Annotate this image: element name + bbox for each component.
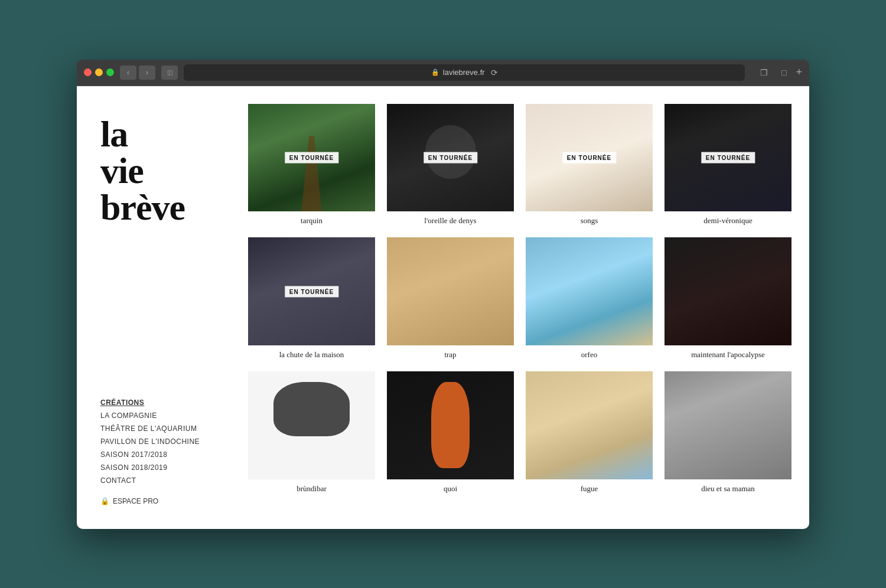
creation-thumb-songs: EN TOURNÉE (526, 104, 653, 212)
browser-toolbar: ‹ › ◫ 🔒 laviebreve.fr ⟳ ❐ □ + (77, 60, 809, 86)
creation-title-maintenant: maintenant l'apocalypse (691, 350, 765, 360)
creation-title-oreille: l'oreille de denys (424, 216, 476, 226)
creation-scene-dieu (664, 371, 791, 479)
creation-thumb-orfeo (526, 237, 653, 345)
creation-thumb-chute: EN TOURNÉE (248, 237, 375, 345)
nav-link-creations[interactable]: CRÉATIONS (100, 398, 144, 407)
nav-link-contact[interactable]: CONTACT (100, 476, 136, 485)
close-button[interactable] (84, 68, 92, 76)
creation-title-trap: trap (444, 350, 456, 360)
sidebar-item-saison-2017[interactable]: SAISON 2017/2018 (100, 449, 219, 459)
creation-scene-brundibar (248, 371, 375, 479)
badge-chute: EN TOURNÉE (285, 286, 338, 297)
creation-title-orfeo: orfeo (581, 350, 597, 360)
creation-thumb-trap (387, 237, 514, 345)
page-content: la vie brève CRÉATIONS LA COMPAGNIE THÉÂ… (77, 86, 809, 529)
creation-item-songs[interactable]: EN TOURNÉEsongs (526, 104, 653, 226)
creation-item-oreille[interactable]: EN TOURNÉEl'oreille de denys (387, 104, 514, 226)
creations-grid: EN TOURNÉEtarquinEN TOURNÉEl'oreille de … (248, 104, 791, 494)
creation-item-orfeo[interactable]: orfeo (526, 237, 653, 360)
nav-buttons: ‹ › (120, 66, 155, 80)
site-logo[interactable]: la vie brève (100, 116, 219, 226)
nav-menu: CRÉATIONS LA COMPAGNIE THÉÂTRE DE L'AQUA… (100, 397, 219, 511)
forward-button[interactable]: › (139, 66, 155, 80)
badge-demi-veronique: EN TOURNÉE (701, 152, 755, 163)
creation-scene-quoi (387, 371, 514, 479)
creation-item-trap[interactable]: trap (387, 237, 514, 360)
creation-thumb-dieu (664, 371, 791, 479)
main-content: EN TOURNÉEtarquinEN TOURNÉEl'oreille de … (242, 86, 809, 529)
creation-item-dieu[interactable]: dieu et sa maman (664, 371, 791, 494)
creation-scene-trap (387, 237, 514, 345)
creation-thumb-tarquin: EN TOURNÉE (248, 104, 375, 212)
lock-icon: 🔒 (431, 68, 439, 76)
url-display: laviebreve.fr (443, 68, 485, 77)
minimize-button[interactable] (95, 68, 103, 76)
creation-scene-songs: EN TOURNÉE (526, 104, 653, 212)
creation-scene-demi-veronique: EN TOURNÉE (664, 104, 791, 212)
creation-title-fugue: fugue (581, 484, 598, 494)
creation-scene-chute: EN TOURNÉE (248, 237, 375, 345)
nav-link-la-compagnie[interactable]: LA COMPAGNIE (100, 411, 157, 420)
back-button[interactable]: ‹ (120, 66, 136, 80)
creation-scene-fugue (526, 371, 653, 479)
creation-scene-orfeo (526, 237, 653, 345)
creation-thumb-maintenant (664, 237, 791, 345)
badge-oreille: EN TOURNÉE (424, 152, 477, 163)
reload-button[interactable]: ⟳ (491, 68, 498, 77)
badge-tarquin: EN TOURNÉE (285, 152, 338, 163)
creation-thumb-demi-veronique: EN TOURNÉE (664, 104, 791, 212)
creation-title-tarquin: tarquin (301, 216, 323, 226)
nav-link-theatre[interactable]: THÉÂTRE DE L'AQUARIUM (100, 424, 197, 433)
creation-scene-tarquin: EN TOURNÉE (248, 104, 375, 212)
creation-thumb-quoi (387, 371, 514, 479)
sidebar-item-saison-2018[interactable]: SAISON 2018/2019 (100, 462, 219, 472)
creation-item-demi-veronique[interactable]: EN TOURNÉEdemi-véronique (664, 104, 791, 226)
sidebar-item-pavillon[interactable]: PAVILLON DE L'INDOCHINE (100, 436, 219, 446)
traffic-lights (84, 68, 114, 76)
logo-line3: brève (100, 189, 219, 226)
address-bar[interactable]: 🔒 laviebreve.fr ⟳ (184, 64, 745, 81)
creation-title-demi-veronique: demi-véronique (703, 216, 752, 226)
share-button[interactable]: ❐ (755, 66, 772, 80)
browser-window: ‹ › ◫ 🔒 laviebreve.fr ⟳ ❐ □ + la vie brè… (77, 60, 809, 529)
toolbar-right-buttons: ❐ □ + (755, 66, 802, 80)
espace-pro-label: ESPACE PRO (113, 497, 158, 505)
creation-thumb-brundibar (248, 371, 375, 479)
creation-title-quoi: quoi (444, 484, 457, 494)
sidebar-item-la-compagnie[interactable]: LA COMPAGNIE (100, 410, 219, 420)
sidebar: la vie brève CRÉATIONS LA COMPAGNIE THÉÂ… (77, 86, 242, 529)
logo-line2: vie (100, 152, 219, 189)
creation-title-songs: songs (581, 216, 598, 226)
creation-item-quoi[interactable]: quoi (387, 371, 514, 494)
creation-item-brundibar[interactable]: brùndibar (248, 371, 375, 494)
logo-line1: la (100, 116, 219, 152)
sidebar-toggle-button[interactable]: ◫ (161, 66, 178, 80)
creation-title-brundibar: brùndibar (297, 484, 327, 494)
espace-pro-link[interactable]: 🔒 ESPACE PRO (100, 497, 219, 505)
creation-scene-oreille: EN TOURNÉE (387, 104, 514, 212)
sidebar-item-contact[interactable]: CONTACT (100, 475, 219, 485)
creation-title-dieu: dieu et sa maman (701, 484, 755, 494)
creation-title-chute: la chute de la maison (279, 350, 344, 360)
nav-link-saison-2017[interactable]: SAISON 2017/2018 (100, 450, 167, 459)
lock-icon-pro: 🔒 (100, 497, 109, 505)
creation-item-chute[interactable]: EN TOURNÉEla chute de la maison (248, 237, 375, 360)
sidebar-item-theatre[interactable]: THÉÂTRE DE L'AQUARIUM (100, 423, 219, 433)
nav-link-pavillon[interactable]: PAVILLON DE L'INDOCHINE (100, 437, 200, 446)
creation-item-tarquin[interactable]: EN TOURNÉEtarquin (248, 104, 375, 226)
sidebar-item-creations[interactable]: CRÉATIONS (100, 397, 219, 407)
creation-scene-maintenant (664, 237, 791, 345)
new-tab-button[interactable]: + (796, 66, 802, 80)
creation-thumb-fugue (526, 371, 653, 479)
creation-thumb-oreille: EN TOURNÉE (387, 104, 514, 212)
creation-item-maintenant[interactable]: maintenant l'apocalypse (664, 237, 791, 360)
fullscreen-button[interactable]: □ (776, 66, 792, 80)
maximize-button[interactable] (106, 68, 114, 76)
nav-link-saison-2018[interactable]: SAISON 2018/2019 (100, 463, 167, 472)
creation-item-fugue[interactable]: fugue (526, 371, 653, 494)
badge-songs: EN TOURNÉE (562, 152, 616, 163)
